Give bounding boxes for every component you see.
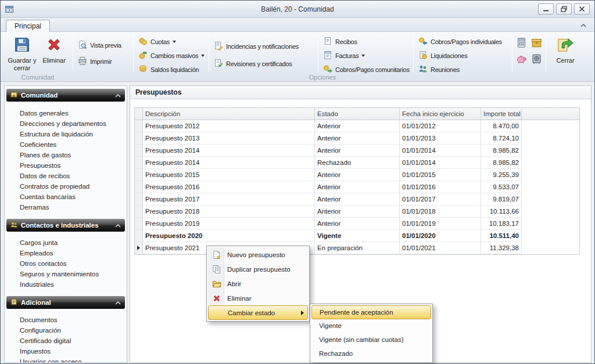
menu-item-eliminar[interactable]: Eliminar: [208, 291, 308, 305]
cell-estado: Anterior: [315, 132, 400, 145]
sidebar-item-cargos-junta[interactable]: Cargos junta: [5, 237, 127, 248]
liquidaciones-button[interactable]: Liquidaciones: [415, 49, 470, 62]
guardar-y-cerrar-button[interactable]: Guardar y cerrar: [5, 34, 39, 78]
saldos-liquidacion-label: Saldos liquidación: [150, 66, 199, 73]
sidebar-item-otros-contactos[interactable]: Otros contactos: [5, 258, 127, 269]
menu-item-nuevo-presupuesto[interactable]: Nuevo presupuesto: [208, 247, 308, 262]
table-row-vigente[interactable]: Presupuesto 2020 Vigente 01/01/2020 10.5…: [135, 230, 579, 242]
cell-descripcion: Presupuesto 2014: [143, 145, 315, 157]
coins-icon: [138, 37, 148, 47]
eliminar-label: Eliminar: [42, 57, 66, 64]
submenu-item-pendiente-de-aceptacion[interactable]: Pendiente de aceptación: [311, 305, 431, 319]
cuotas-label: Cuotas: [150, 38, 170, 45]
piggy-bank-button[interactable]: [514, 53, 528, 67]
form-check-icon: [214, 59, 223, 69]
close-button[interactable]: [574, 3, 590, 15]
sidebar-item-documentos[interactable]: Documentos: [5, 315, 127, 325]
row-indicator: [135, 218, 143, 230]
submenu-item-rechazado[interactable]: Rechazado: [311, 347, 431, 361]
sidebar-item-estructura-de-liquidacion[interactable]: Estructura de liquidación: [5, 129, 127, 139]
cambios-masivos-button[interactable]: Cambios masivos: [135, 49, 207, 62]
imprimir-button[interactable]: Imprimir: [75, 55, 114, 68]
revisiones-label: Revisiones y certificados: [226, 60, 292, 67]
column-header-descripcion[interactable]: Descripción: [143, 108, 315, 120]
group-divider: [209, 35, 209, 72]
menu-item-abrir[interactable]: Abrir: [208, 276, 308, 291]
sidebar-section-adicional[interactable]: Adicional: [6, 296, 125, 309]
table-row[interactable]: Presupuesto 2017 Anterior 01/01/2017 9.8…: [135, 193, 579, 206]
imprimir-label: Imprimir: [90, 58, 112, 65]
sidebar-item-configuracion[interactable]: Configuración: [5, 325, 127, 336]
cell-importe: 9.255,39: [481, 169, 522, 181]
table-row[interactable]: Presupuesto 2014 Rechazado 01/01/2014 8.…: [135, 157, 579, 169]
sidebar-item-seguros-y-mantenimientos[interactable]: Seguros y mantenimientos: [5, 269, 127, 279]
row-indicator: [135, 132, 143, 145]
table-row[interactable]: Presupuesto 2015 Anterior 01/01/2015 9.2…: [135, 169, 579, 181]
menu-item-duplicar-presupuesto[interactable]: Duplicar presupuesto: [208, 262, 308, 276]
sidebar-item-derramas[interactable]: Derramas: [5, 202, 127, 212]
table-row-selected[interactable]: Presupuesto 2021 En preparación 01/01/20…: [135, 242, 579, 254]
sidebar-item-empleados[interactable]: Empleados: [5, 248, 127, 258]
table-row[interactable]: Presupuesto 2013 Anterior 01/01/2013 8.7…: [135, 132, 579, 145]
menu-item-label: Cambiar estado: [228, 309, 275, 316]
cell-fecha: 01/01/2020: [400, 230, 481, 242]
sidebar-item-certificado-digital[interactable]: Certificado digital: [5, 336, 127, 346]
cell-importe: 9.533,07: [481, 181, 522, 193]
menu-item-cambiar-estado[interactable]: Cambiar estado: [208, 305, 308, 320]
vista-previa-button[interactable]: Vista previa: [75, 39, 124, 52]
sidebar-item-cuentas-bancarias[interactable]: Cuentas bancarias: [5, 192, 127, 202]
ribbon-collapse-button[interactable]: [578, 21, 589, 30]
sidebar-section-title: Contactos e industriales: [21, 222, 112, 229]
sidebar-item-coeficientes[interactable]: Coeficientes: [5, 139, 127, 150]
table-row[interactable]: Presupuesto 2018 Anterior 01/01/2018 10.…: [135, 206, 579, 218]
sidebar-item-usuarios-con-acceso[interactable]: Usuarios con acceso: [5, 356, 127, 363]
minimize-button[interactable]: [538, 3, 554, 15]
chevron-up-icon: [115, 92, 121, 99]
table-row[interactable]: Presupuesto 2019 Anterior 01/01/2019 10.…: [135, 218, 579, 230]
incidencias-button[interactable]: Incidencias y notificaciones: [211, 40, 302, 53]
menu-item-label: Eliminar: [227, 295, 252, 302]
submenu-item-vigente-sin-cambiar-cuotas[interactable]: Vigente (sin cambiar cuotas): [311, 333, 431, 347]
column-header-fecha[interactable]: Fecha inicio ejercicio: [400, 108, 481, 120]
cell-estado: Anterior: [315, 218, 400, 230]
safe-button[interactable]: [529, 53, 543, 67]
archive-button[interactable]: [529, 37, 543, 51]
sidebar-item-planes-de-gastos[interactable]: Planes de gastos: [5, 150, 127, 160]
table-row[interactable]: Presupuesto 2016 Anterior 01/01/2016 9.5…: [135, 181, 579, 193]
tab-principal[interactable]: Principal: [6, 20, 50, 32]
sidebar-item-industriales[interactable]: Industriales: [5, 279, 127, 290]
cell-descripcion: Presupuesto 2012: [143, 120, 315, 132]
sidebar-item-contratos-de-propiedad[interactable]: Contratos de propiedad: [5, 181, 127, 192]
sidebar-item-impuestos[interactable]: Impuestos: [5, 346, 127, 356]
header-filler: [522, 108, 579, 120]
revisiones-button[interactable]: Revisiones y certificados: [211, 57, 295, 70]
row-indicator: [135, 169, 143, 181]
submenu-item-vigente[interactable]: Vigente: [311, 319, 431, 333]
reuniones-label: Reuniones: [431, 66, 460, 73]
recibos-button[interactable]: Recibos: [320, 35, 360, 48]
table-row[interactable]: Presupuesto 2014 Anterior 01/01/2014 8.9…: [135, 145, 579, 157]
maximize-button[interactable]: [556, 3, 572, 15]
table-row[interactable]: Presupuesto 2012 Anterior 01/01/2012 8.4…: [135, 120, 579, 132]
sidebar-item-datos-de-recibos[interactable]: Datos de recibos: [5, 171, 127, 181]
group-divider: [73, 35, 73, 72]
sidebar-section-comunidad[interactable]: Comunidad: [6, 89, 125, 102]
calculator-button[interactable]: [514, 37, 528, 51]
eliminar-button[interactable]: Eliminar: [39, 34, 69, 78]
column-header-estado[interactable]: Estado: [315, 108, 400, 120]
cell-fecha: 01/01/2017: [400, 193, 481, 206]
safe-icon: [531, 53, 542, 66]
sidebar-item-presupuestos[interactable]: Presupuestos: [5, 160, 127, 171]
column-header-importe[interactable]: Importe total: [481, 108, 522, 120]
sidebar-item-datos-generales[interactable]: Datos generales: [5, 108, 127, 118]
cerrar-button[interactable]: Cerrar: [549, 34, 582, 78]
ribbon: Guardar y cerrar Eliminar Vista previa I…: [1, 32, 594, 82]
facturas-button[interactable]: Facturas: [320, 49, 368, 62]
cell-estado: Anterior: [315, 206, 400, 218]
sidebar-section-contactos[interactable]: Contactos e industriales: [6, 219, 125, 232]
sidebar-item-direcciones-y-departamentos[interactable]: Direcciones y departamentos: [5, 118, 127, 129]
cuotas-button[interactable]: Cuotas: [135, 35, 179, 48]
open-folder-icon: [210, 279, 223, 289]
cell-descripcion: Presupuesto 2013: [143, 132, 315, 145]
cobros-individuales-button[interactable]: Cobros/Pagos individuales: [415, 35, 505, 48]
